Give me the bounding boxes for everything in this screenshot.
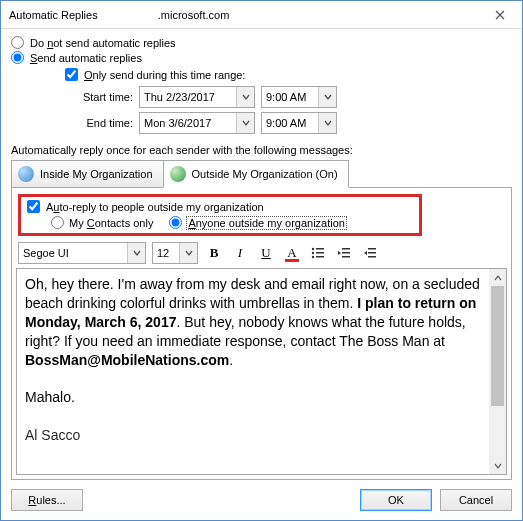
- window-title: Automatic Replies .microsoft.com: [9, 9, 229, 21]
- message-editor[interactable]: Oh, hey there. I'm away from my desk and…: [16, 268, 507, 475]
- end-time-input[interactable]: [262, 113, 318, 133]
- outdent-button[interactable]: [334, 243, 354, 263]
- end-time-label: End time:: [65, 117, 133, 129]
- font-color-button[interactable]: A: [282, 243, 302, 263]
- end-time-combo[interactable]: [261, 112, 337, 134]
- start-time-row: Start time:: [65, 86, 512, 108]
- svg-rect-10: [368, 252, 376, 254]
- msg-bold-email: BossMan@MobileNations.com: [25, 352, 229, 368]
- svg-rect-7: [342, 252, 350, 254]
- dialog-footer: Rules... OK Cancel: [1, 480, 522, 520]
- svg-point-4: [312, 256, 314, 258]
- start-time-label: Start time:: [65, 91, 133, 103]
- svg-rect-5: [316, 256, 324, 258]
- chevron-down-icon[interactable]: [236, 87, 254, 107]
- only-send-range-checkbox[interactable]: Only send during this time range:: [65, 67, 512, 82]
- indent-button[interactable]: [360, 243, 380, 263]
- svg-rect-9: [368, 248, 376, 250]
- send-radio[interactable]: Send automatic replies: [11, 50, 512, 65]
- start-date-combo[interactable]: [139, 86, 255, 108]
- end-time-row: End time:: [65, 112, 512, 134]
- svg-rect-6: [342, 248, 350, 250]
- end-date-input[interactable]: [140, 113, 236, 133]
- tab-body-outside: Auto-reply to people outside my organiza…: [11, 187, 512, 480]
- autoreply-outside-checkbox[interactable]: Auto-reply to people outside my organiza…: [27, 199, 413, 214]
- msg-text: .: [229, 352, 233, 368]
- svg-rect-8: [342, 256, 350, 258]
- scroll-track[interactable]: [489, 286, 506, 457]
- reply-tabs: Inside My Organization Outside My Organi…: [11, 160, 512, 188]
- start-date-input[interactable]: [140, 87, 236, 107]
- font-size-combo[interactable]: [152, 242, 198, 264]
- dont-send-radio[interactable]: Do not send automatic replies: [11, 35, 512, 50]
- title-main: Automatic Replies: [9, 9, 98, 21]
- start-time-combo[interactable]: [261, 86, 337, 108]
- contacts-only-radio[interactable]: My Contacts only: [51, 216, 153, 229]
- font-size-input[interactable]: [153, 243, 179, 263]
- outside-options-highlight: Auto-reply to people outside my organiza…: [18, 194, 422, 236]
- ok-button[interactable]: OK: [360, 489, 432, 511]
- chevron-down-icon[interactable]: [127, 243, 145, 263]
- automatic-replies-dialog: Automatic Replies .microsoft.com Do not …: [0, 0, 523, 521]
- svg-rect-11: [368, 256, 376, 258]
- svg-rect-1: [316, 248, 324, 250]
- bullet-list-button[interactable]: [308, 243, 328, 263]
- underline-button[interactable]: U: [256, 243, 276, 263]
- tab-outside-org[interactable]: Outside My Organization (On): [163, 160, 349, 188]
- svg-point-2: [312, 252, 314, 254]
- cancel-button[interactable]: Cancel: [440, 489, 512, 511]
- start-time-input[interactable]: [262, 87, 318, 107]
- chevron-down-icon[interactable]: [318, 113, 336, 133]
- rules-button[interactable]: Rules...: [11, 489, 83, 511]
- tab-outside-label: Outside My Organization (On): [192, 168, 338, 180]
- italic-button[interactable]: I: [230, 243, 250, 263]
- outside-org-icon: [170, 166, 186, 182]
- scroll-down-icon[interactable]: [489, 457, 506, 474]
- close-icon[interactable]: [478, 1, 522, 29]
- font-name-combo[interactable]: [18, 242, 146, 264]
- svg-point-0: [312, 248, 314, 250]
- titlebar: Automatic Replies .microsoft.com: [1, 1, 522, 29]
- chevron-down-icon[interactable]: [318, 87, 336, 107]
- tab-inside-label: Inside My Organization: [40, 168, 153, 180]
- editor-scrollbar[interactable]: [489, 269, 506, 474]
- tab-inside-org[interactable]: Inside My Organization: [11, 160, 164, 188]
- font-name-input[interactable]: [19, 243, 127, 263]
- message-body[interactable]: Oh, hey there. I'm away from my desk and…: [17, 269, 489, 474]
- auto-reply-once-label: Automatically reply once for each sender…: [11, 144, 512, 156]
- format-toolbar: B I U A: [16, 242, 507, 264]
- scroll-up-icon[interactable]: [489, 269, 506, 286]
- end-date-combo[interactable]: [139, 112, 255, 134]
- bold-button[interactable]: B: [204, 243, 224, 263]
- inside-org-icon: [18, 166, 34, 182]
- msg-signoff: Mahalo.: [25, 388, 481, 407]
- msg-signature: Al Sacco: [25, 426, 481, 445]
- scroll-thumb[interactable]: [491, 286, 504, 406]
- title-domain: .microsoft.com: [158, 9, 230, 21]
- svg-rect-3: [316, 252, 324, 254]
- chevron-down-icon[interactable]: [236, 113, 254, 133]
- chevron-down-icon[interactable]: [179, 243, 197, 263]
- anyone-outside-radio[interactable]: Anyone outside my organization: [169, 216, 346, 229]
